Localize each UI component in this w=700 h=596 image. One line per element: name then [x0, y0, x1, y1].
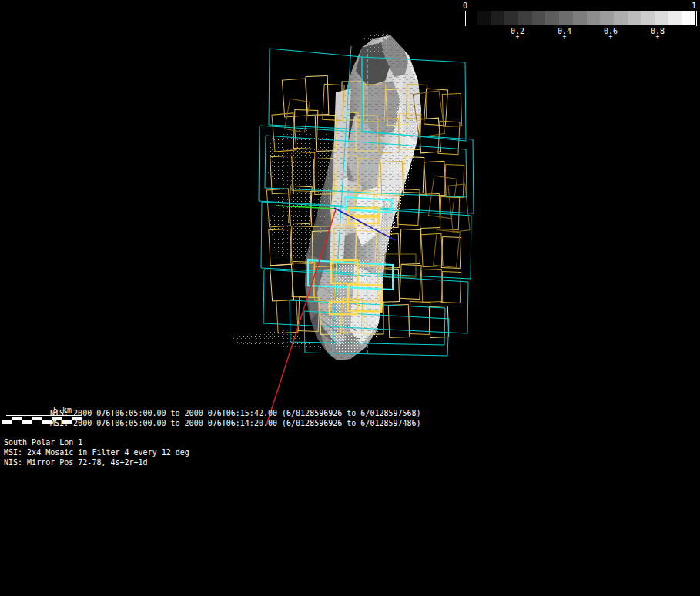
colorbar-step [573, 11, 587, 25]
msi-footprint [400, 229, 421, 264]
nis-status-text: 2000-076T06:05:00.00 to 2000-076T06:15:4… [73, 409, 421, 417]
colorbar-step [600, 11, 614, 25]
msi-footprint [441, 272, 461, 303]
colorbar-step [518, 11, 532, 25]
scalebar-checker-cell [2, 420, 12, 424]
colorbar-step [587, 11, 601, 25]
msi-footprint [434, 230, 461, 268]
colorbar-right-endline [696, 11, 697, 26]
msi-status-label: MSI: [50, 419, 69, 427]
colorbar-left-endline [465, 11, 466, 26]
msi-status-line: MSI:2000-076T06:05:00.00 to 2000-076T06:… [50, 419, 421, 428]
colorbar-step [504, 11, 518, 25]
msi-footprint [421, 233, 443, 266]
nis-status-line: NIS:2000-076T06:05:00.00 to 2000-076T06:… [50, 409, 421, 418]
colorbar: 0 1 0.2 0.4 0.6 0.8 ++++ [0, 0, 700, 42]
app-canvas: 0 1 0.2 0.4 0.6 0.8 ++++ 5 km NIS:2000-0… [0, 0, 700, 596]
msi-footprint [444, 165, 464, 198]
msi-footprint [388, 305, 409, 338]
colorbar-step [559, 11, 573, 25]
colorbar-min-label: 0 [463, 2, 467, 11]
colorbar-step [682, 11, 695, 25]
scene-3d-view[interactable] [0, 0, 700, 596]
colorbar-step [641, 11, 655, 25]
colorbar-gradient-bar [477, 11, 695, 25]
msi-footprint [306, 76, 329, 116]
colorbar-step [532, 11, 546, 25]
msi-footprint [276, 300, 298, 333]
colorbar-tick-mark: + [516, 33, 520, 40]
msi-footprint [385, 254, 416, 277]
colorbar-step [545, 11, 559, 25]
colorbar-step [491, 11, 505, 25]
colorbar-step [668, 11, 682, 25]
colorbar-step [614, 11, 628, 25]
msi-footprint [421, 270, 442, 303]
scalebar-checker-cell [12, 420, 22, 424]
msi-status-text: 2000-076T06:05:00.00 to 2000-076T06:14:2… [73, 419, 421, 427]
nis-status-label: NIS: [50, 409, 69, 417]
asteroid-speckle [231, 330, 323, 348]
msi-description: MSI: 2x4 Mosaic in Filter 4 every 12 deg [4, 448, 189, 457]
colorbar-tick-mark: + [563, 33, 567, 40]
colorbar-tick-mark: + [609, 33, 613, 40]
nis-description: NIS: Mirror Pos 72-78, 4s+2r+1d [4, 458, 148, 467]
msi-footprint [429, 306, 448, 338]
colorbar-step [655, 11, 668, 25]
msi-footprint [424, 161, 446, 196]
scalebar-checker-cell [32, 420, 42, 424]
msi-footprint [400, 264, 421, 299]
colorbar-step [628, 11, 641, 25]
colorbar-max-label: 1 [692, 2, 696, 11]
scalebar-checker-cell [22, 420, 32, 424]
sequence-title: South Polar Lon 1 [4, 438, 82, 447]
colorbar-step [477, 11, 491, 25]
colorbar-tick-mark: + [656, 33, 660, 40]
